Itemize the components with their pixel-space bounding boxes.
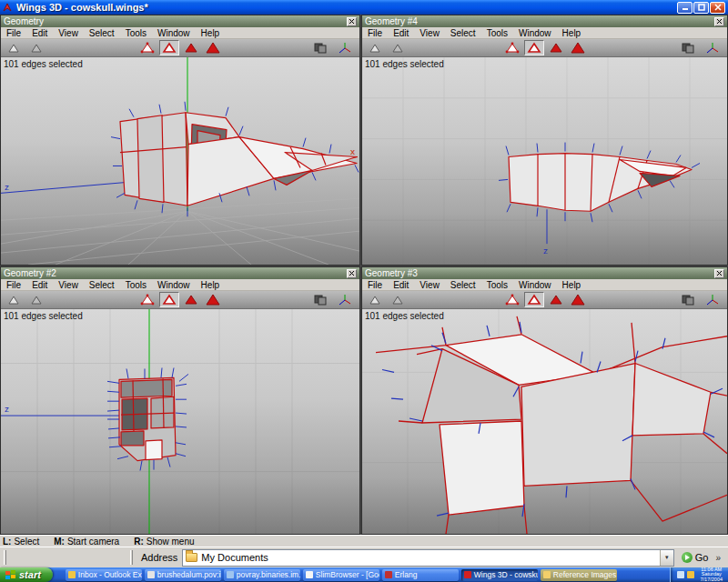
pane-caption[interactable]: Geometry #4 bbox=[362, 15, 727, 27]
pane-caption[interactable]: Geometry #3 bbox=[362, 267, 727, 279]
window-titlebar[interactable]: Wings 3D - cowskull.wings* bbox=[0, 0, 728, 15]
select-edge-button[interactable] bbox=[159, 292, 179, 307]
redo-button[interactable] bbox=[26, 40, 46, 55]
select-body-button[interactable] bbox=[203, 292, 223, 307]
menu-tools[interactable]: Tools bbox=[481, 28, 513, 38]
menu-window[interactable]: Window bbox=[513, 28, 557, 38]
close-button[interactable] bbox=[710, 2, 725, 14]
menu-select[interactable]: Select bbox=[445, 280, 481, 290]
menu-edit[interactable]: Edit bbox=[388, 28, 414, 38]
select-vertex-button[interactable] bbox=[502, 292, 522, 307]
task-newsreader[interactable]: povray.binaries.im... bbox=[224, 569, 300, 581]
select-body-button[interactable] bbox=[568, 40, 588, 55]
viewport[interactable]: z bbox=[1, 309, 359, 534]
viewport-canvas[interactable] bbox=[362, 309, 727, 534]
redo-button[interactable] bbox=[388, 292, 408, 307]
task-reference-images[interactable]: Reference Images bbox=[541, 569, 617, 581]
menu-tools[interactable]: Tools bbox=[120, 28, 152, 38]
shading-mode-button[interactable] bbox=[310, 292, 330, 307]
viewport-canvas[interactable]: z bbox=[1, 309, 359, 534]
select-face-button[interactable] bbox=[546, 40, 566, 55]
menu-help[interactable]: Help bbox=[557, 280, 587, 290]
window-title: Wings 3D - cowskull.wings* bbox=[16, 2, 676, 13]
redo-button[interactable] bbox=[26, 292, 46, 307]
pane-close-button[interactable] bbox=[347, 269, 357, 278]
undo-button[interactable] bbox=[365, 292, 385, 307]
menu-file[interactable]: File bbox=[362, 280, 388, 290]
menu-edit[interactable]: Edit bbox=[26, 28, 53, 38]
start-button[interactable]: start bbox=[0, 567, 53, 582]
select-edge-button[interactable] bbox=[159, 40, 179, 55]
viewport-canvas[interactable]: z x bbox=[1, 57, 359, 265]
dropdown-arrow-icon[interactable]: ▾ bbox=[660, 550, 673, 566]
select-face-button[interactable] bbox=[181, 292, 201, 307]
task-erlang[interactable]: Erlang bbox=[382, 569, 459, 581]
menu-file[interactable]: File bbox=[1, 280, 26, 290]
show-axes-button[interactable] bbox=[702, 292, 722, 307]
redo-button[interactable] bbox=[388, 40, 408, 55]
select-body-button[interactable] bbox=[203, 40, 223, 55]
menu-select[interactable]: Select bbox=[84, 28, 120, 38]
overflow-chevron-icon[interactable]: » bbox=[715, 553, 721, 563]
viewport-canvas[interactable]: z bbox=[362, 57, 727, 265]
tray-network-icon[interactable] bbox=[677, 571, 684, 578]
menu-select[interactable]: Select bbox=[84, 280, 120, 290]
menu-tools[interactable]: Tools bbox=[120, 280, 152, 290]
select-vertex-button[interactable] bbox=[137, 292, 157, 307]
viewport[interactable]: z x bbox=[1, 57, 359, 265]
toolbar-grip[interactable] bbox=[130, 550, 133, 565]
shading-mode-button[interactable] bbox=[678, 40, 698, 55]
menu-tools[interactable]: Tools bbox=[481, 280, 513, 290]
pane-close-button[interactable] bbox=[714, 17, 724, 26]
menu-help[interactable]: Help bbox=[196, 280, 226, 290]
pane-caption[interactable]: Geometry #2 bbox=[1, 267, 359, 279]
shading-mode-button[interactable] bbox=[310, 40, 330, 55]
menu-edit[interactable]: Edit bbox=[388, 280, 414, 290]
task-wings3d[interactable]: Wings 3D - cowskul... bbox=[461, 569, 538, 581]
select-vertex-button[interactable] bbox=[137, 40, 157, 55]
toolbar-grip[interactable] bbox=[4, 550, 6, 565]
select-vertex-button[interactable] bbox=[502, 40, 522, 55]
menu-file[interactable]: File bbox=[1, 28, 26, 38]
task-browser[interactable]: SlimBrowser - [Goo... bbox=[303, 569, 379, 581]
undo-button[interactable] bbox=[365, 40, 385, 55]
select-body-button[interactable] bbox=[568, 292, 588, 307]
show-axes-button[interactable] bbox=[334, 40, 354, 55]
viewport[interactable]: 101 edges selected bbox=[362, 309, 727, 534]
viewport[interactable]: z bbox=[362, 57, 727, 265]
task-editor[interactable]: brushedalum.pov:il... bbox=[145, 569, 221, 581]
shading-mode-button[interactable] bbox=[678, 292, 698, 307]
menu-edit[interactable]: Edit bbox=[26, 280, 53, 290]
minimize-button[interactable] bbox=[677, 2, 693, 14]
maximize-button[interactable] bbox=[693, 2, 709, 14]
go-button[interactable]: Go bbox=[682, 552, 709, 563]
menu-window[interactable]: Window bbox=[152, 28, 196, 38]
pane-close-button[interactable] bbox=[714, 269, 724, 278]
menu-window[interactable]: Window bbox=[513, 280, 557, 290]
menu-file[interactable]: File bbox=[362, 28, 388, 38]
show-axes-button[interactable] bbox=[334, 292, 354, 307]
menu-view[interactable]: View bbox=[53, 280, 84, 290]
pane-close-button[interactable] bbox=[347, 17, 357, 26]
undo-button[interactable] bbox=[4, 40, 24, 55]
pane-caption[interactable]: Geometry bbox=[1, 15, 359, 27]
select-edge-button[interactable] bbox=[524, 292, 544, 307]
menu-window[interactable]: Window bbox=[152, 280, 196, 290]
menu-view[interactable]: View bbox=[414, 28, 445, 38]
viewport-workspace: Geometry File Edit View Select Tools Win… bbox=[0, 15, 728, 535]
address-combo[interactable]: My Documents ▾ bbox=[182, 549, 673, 567]
system-tray: 11:06 AM Saturday 7/17/2004 bbox=[670, 567, 728, 582]
tray-status-icon[interactable] bbox=[687, 571, 694, 578]
select-edge-button[interactable] bbox=[524, 40, 544, 55]
menu-select[interactable]: Select bbox=[445, 28, 481, 38]
menu-view[interactable]: View bbox=[414, 280, 445, 290]
undo-button[interactable] bbox=[4, 292, 24, 307]
select-face-button[interactable] bbox=[181, 40, 201, 55]
show-axes-button[interactable] bbox=[702, 40, 722, 55]
hint-middle-mouse: M:Start camera bbox=[54, 537, 119, 547]
select-face-button[interactable] bbox=[546, 292, 566, 307]
menu-help[interactable]: Help bbox=[196, 28, 226, 38]
menu-help[interactable]: Help bbox=[557, 28, 587, 38]
menu-view[interactable]: View bbox=[53, 28, 84, 38]
task-outlook[interactable]: Inbox - Outlook Ex... bbox=[66, 569, 142, 581]
